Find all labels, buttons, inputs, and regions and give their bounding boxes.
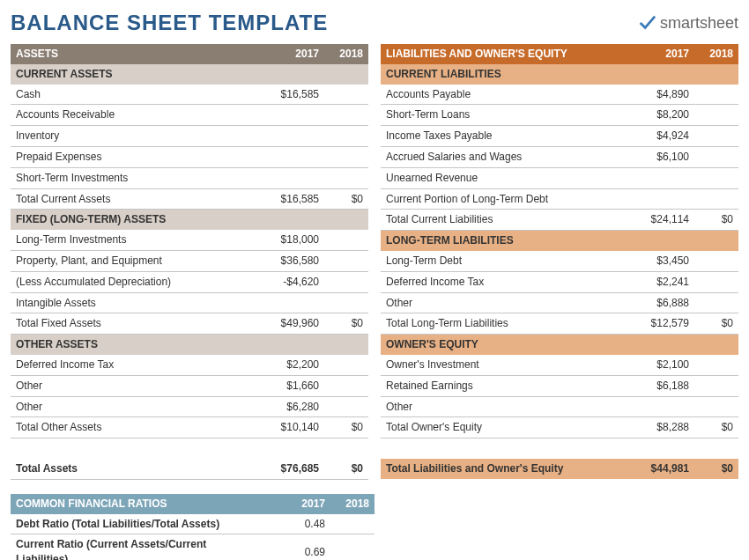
table-row: Prepaid Expenses [11,146,368,167]
smartsheet-logo: smartsheet [637,13,738,33]
longterm-liabilities-rows: Long-Term Debt$3,450Deferred Income Tax$… [381,251,738,313]
table-row: (Less Accumulated Depreciation)-$4,620 [11,271,368,292]
ratios-header: COMMON FINANCIAL RATIOS 2017 2018 [11,494,374,514]
current-liabilities-header: CURRENT LIABILITIES [381,64,738,85]
table-row: Cash$16,585 [11,85,368,105]
assets-column: ASSETS 2017 2018 CURRENT ASSETS Cash$16,… [11,44,368,480]
longterm-liabilities-header: LONG-TERM LIABILITIES [381,231,738,251]
ratios-rows: Debt Ratio (Total Liabilities/Total Asse… [11,514,374,560]
table-row: Current Ratio (Current Assets/Current Li… [11,534,374,560]
assets-header: ASSETS 2017 2018 [11,44,368,64]
table-row: Intangible Assets [11,292,368,313]
current-assets-header: CURRENT ASSETS [11,64,368,85]
table-row: Income Taxes Payable$4,924 [381,126,738,147]
other-assets-header: OTHER ASSETS [11,335,368,355]
total-longterm-liabilities: Total Long-Term Liabilities $12,579 $0 [381,313,738,335]
table-row: Short-Term Loans$8,200 [381,105,738,126]
owners-equity-rows: Owner's Investment$2,100Retained Earning… [381,355,738,417]
current-liabilities-rows: Accounts Payable$4,890Short-Term Loans$8… [381,85,738,210]
table-row: Other$6,280 [11,396,368,417]
current-assets-rows: Cash$16,585Accounts ReceivableInventoryP… [11,85,368,188]
page-header: BALANCE SHEET TEMPLATE smartsheet [11,11,738,35]
liabilities-column: LIABILITIES AND OWNER'S EQUITY 2017 2018… [381,44,738,480]
balance-sheet-content: ASSETS 2017 2018 CURRENT ASSETS Cash$16,… [11,44,738,480]
total-liabilities-equity: Total Liabilities and Owner's Equity $44… [381,459,738,479]
liabilities-table: LIABILITIES AND OWNER'S EQUITY 2017 2018… [381,44,738,479]
table-row: Unearned Revenue [381,167,738,188]
table-row: Current Portion of Long-Term Debt [381,188,738,210]
table-row: Debt Ratio (Total Liabilities/Total Asse… [11,514,374,534]
ratios-table: COMMON FINANCIAL RATIOS 2017 2018 Debt R… [11,494,374,560]
fixed-assets-header: FIXED (LONG-TERM) ASSETS [11,210,368,230]
total-owners-equity: Total Owner's Equity $8,288 $0 [381,417,738,438]
table-row: Deferred Income Tax$2,200 [11,355,368,375]
table-row: Deferred Income Tax$2,241 [381,271,738,292]
page-title: BALANCE SHEET TEMPLATE [11,11,328,35]
table-row: Accounts Receivable [11,105,368,126]
table-row: Other$6,888 [381,292,738,313]
total-assets: Total Assets $76,685 $0 [11,459,368,479]
table-row: Other$1,660 [11,375,368,396]
table-row: Accrued Salaries and Wages$6,100 [381,146,738,167]
checkmark-icon [637,13,656,33]
table-row: Owner's Investment$2,100 [381,355,738,375]
assets-table: ASSETS 2017 2018 CURRENT ASSETS Cash$16,… [11,44,368,480]
total-other-assets: Total Other Assets $10,140 $0 [11,417,368,438]
owners-equity-header: OWNER'S EQUITY [381,335,738,355]
table-row: Inventory [11,126,368,147]
table-row: Other [381,396,738,417]
logo-text: smartsheet [660,14,738,33]
table-row: Accounts Payable$4,890 [381,85,738,105]
table-row: Long-Term Debt$3,450 [381,251,738,271]
table-row: Retained Earnings$6,188 [381,375,738,396]
fixed-assets-rows: Long-Term Investments$18,000Property, Pl… [11,230,368,313]
spacer-row [381,438,738,459]
table-row: Long-Term Investments$18,000 [11,230,368,250]
table-row: Property, Plant, and Equipment$36,580 [11,250,368,271]
total-fixed-assets: Total Fixed Assets $49,960 $0 [11,313,368,335]
total-current-liabilities: Total Current Liabilities $24,114 $0 [381,210,738,231]
liabilities-header: LIABILITIES AND OWNER'S EQUITY 2017 2018 [381,44,738,64]
spacer-row [11,438,368,459]
other-assets-rows: Deferred Income Tax$2,200Other$1,660Othe… [11,355,368,417]
ratios-section: COMMON FINANCIAL RATIOS 2017 2018 Debt R… [11,494,374,560]
total-current-assets: Total Current Assets $16,585 $0 [11,188,368,210]
table-row: Short-Term Investments [11,167,368,188]
